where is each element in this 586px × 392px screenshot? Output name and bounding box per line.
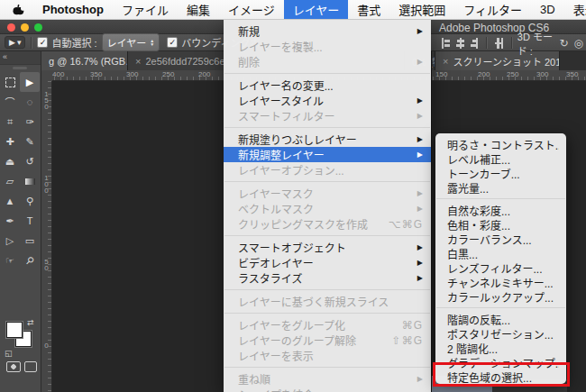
menubar-item-書式[interactable]: 書式 bbox=[348, 0, 389, 19]
rectangular-marquee-tool-icon[interactable] bbox=[0, 72, 20, 92]
ruler-number: 250 bbox=[507, 70, 518, 78]
menu-item[interactable]: レンズフィルター... bbox=[435, 260, 566, 275]
hand-tool-icon[interactable]: ☞ bbox=[0, 251, 20, 270]
type-tool-icon[interactable]: T bbox=[20, 211, 40, 231]
ruler-number: 150 bbox=[42, 90, 50, 109]
align-center-icon[interactable] bbox=[455, 38, 463, 49]
menu-item[interactable]: スマートオブジェクト▶ bbox=[224, 240, 431, 255]
panel-gripper[interactable] bbox=[13, 67, 27, 69]
lasso-tool-icon[interactable]: ⌒ bbox=[0, 92, 20, 112]
menu-item[interactable]: 白黒... bbox=[435, 246, 566, 260]
menubar-item-選択範囲[interactable]: 選択範囲 bbox=[389, 0, 454, 19]
menu-item: ベクトルマスク▶ bbox=[224, 201, 431, 216]
menubar-item-3D[interactable]: 3D bbox=[531, 0, 564, 19]
menu-item[interactable]: レイヤースタイル▶ bbox=[224, 93, 431, 108]
bounding-box-checkbox[interactable]: ✓ bbox=[167, 37, 178, 48]
menu-item[interactable]: 2 階調化... bbox=[435, 341, 566, 355]
clone-stamp-tool-icon[interactable]: ⏏ bbox=[0, 151, 20, 171]
divider bbox=[31, 37, 32, 49]
brush-tool-icon[interactable]: ✎ bbox=[20, 132, 40, 151]
blur-tool-icon[interactable]: ▲ bbox=[0, 191, 20, 211]
menu-item[interactable]: ラスタライズ▶ bbox=[224, 270, 431, 286]
menu-item-shortcut: ⌘G bbox=[402, 319, 423, 332]
path-selection-tool-icon[interactable]: ▷ bbox=[0, 231, 20, 251]
zoom-window-button[interactable] bbox=[34, 23, 42, 32]
menu-item[interactable]: レベル補正... bbox=[435, 151, 566, 166]
menu-item[interactable]: 色相・彩度... bbox=[435, 217, 566, 232]
zoom-tool-icon[interactable]: ⚲ bbox=[20, 251, 40, 270]
menubar-item-イメージ[interactable]: イメージ bbox=[219, 0, 284, 19]
menubar-item-編集[interactable]: 編集 bbox=[178, 0, 219, 19]
document-tab[interactable]: ×2e56fddd7259c6e3… bbox=[128, 51, 225, 70]
submenu-arrow-icon: ▶ bbox=[417, 375, 423, 383]
document-tab[interactable]: g @ 16.7% (RGB… bbox=[41, 51, 128, 70]
menu-item-label: レイヤーをグループ化 bbox=[238, 317, 395, 333]
foreground-color-swatch[interactable] bbox=[6, 322, 23, 338]
menu-item[interactable]: 新規調整レイヤー▶ bbox=[224, 147, 431, 162]
tool-preset-button[interactable]: ▶ ▾ bbox=[5, 36, 25, 49]
menu-item[interactable]: ビデオレイヤー▶ bbox=[224, 255, 431, 270]
eraser-tool-icon[interactable]: ▱ bbox=[0, 171, 20, 191]
menu-item[interactable]: チャンネルミキサー... bbox=[435, 275, 566, 289]
menu-item: レイヤーに基づく新規スライス bbox=[224, 294, 431, 309]
menu-item[interactable]: カラーバランス... bbox=[435, 232, 566, 246]
divider bbox=[511, 37, 512, 49]
menu-item[interactable]: 階調の反転... bbox=[435, 312, 566, 326]
menu-item-label: クリッピングマスクを作成 bbox=[238, 216, 381, 232]
menubar-item-表示[interactable]: 表示 bbox=[564, 0, 586, 19]
history-brush-tool-icon[interactable]: ↺ bbox=[20, 151, 40, 171]
menu-item[interactable]: 明るさ・コントラスト... bbox=[435, 137, 566, 151]
menu-item[interactable]: カラールックアップ... bbox=[435, 289, 566, 304]
menu-item-label: 2 階調化... bbox=[447, 341, 559, 356]
ruler-number: 300 bbox=[536, 70, 548, 78]
auto-select-label: 自動選択 : bbox=[51, 35, 96, 50]
ruler-number: 350 bbox=[566, 70, 578, 78]
3d-roll-icon[interactable]: ◎ bbox=[574, 37, 583, 50]
auto-select-dropdown[interactable]: レイヤー ▲▼ bbox=[102, 33, 160, 51]
menubar-item-フィルター[interactable]: フィルター bbox=[454, 0, 531, 19]
panel-collapse-button[interactable]: « bbox=[0, 51, 41, 65]
menu-item-label: 削除 bbox=[238, 54, 410, 69]
collapse-left-icon: « bbox=[3, 52, 7, 61]
crop-tool-icon[interactable]: ⌗ bbox=[0, 112, 20, 132]
eyedropper-tool-icon[interactable]: ✑ bbox=[20, 112, 40, 132]
dodge-tool-icon[interactable]: ⚲ bbox=[20, 191, 40, 211]
submenu-arrow-icon: ▶ bbox=[417, 259, 423, 267]
menubar-item-ファイル[interactable]: ファイル bbox=[113, 0, 178, 19]
close-tab-icon[interactable]: × bbox=[443, 56, 448, 67]
swap-colors-icon[interactable]: ⇄ bbox=[27, 318, 34, 327]
close-window-button[interactable] bbox=[7, 23, 15, 32]
gradient-tool-icon[interactable] bbox=[20, 171, 40, 191]
auto-select-checkbox[interactable]: ✓ bbox=[37, 37, 48, 48]
shape-tool-icon[interactable]: ▭ bbox=[20, 231, 40, 251]
menu-item-label: カラールックアップ... bbox=[447, 289, 559, 305]
quick-mask-button[interactable] bbox=[6, 361, 21, 372]
menubar-item-Photoshop[interactable]: Photoshop bbox=[33, 0, 113, 19]
align-right-icon[interactable] bbox=[470, 38, 478, 49]
minimize-window-button[interactable] bbox=[21, 23, 29, 32]
ruler-number: 250 bbox=[162, 70, 174, 78]
layer-menu-dropdown: 新規▶レイヤーを複製...削除▶レイヤー名の変更...レイヤースタイル▶スマート… bbox=[224, 20, 431, 392]
menu-item[interactable]: 新規塗りつぶしレイヤー▶ bbox=[224, 132, 431, 147]
align-left-icon[interactable] bbox=[442, 38, 450, 49]
menu-item[interactable]: ポスタリゼーション... bbox=[435, 326, 566, 341]
menu-item[interactable]: レイヤー名の変更... bbox=[224, 77, 431, 93]
menu-item[interactable]: 自然な彩度... bbox=[435, 203, 566, 217]
move-tool-icon[interactable]: ▶ bbox=[20, 72, 40, 92]
tab-title: 2e56fddd7259c6e3… bbox=[145, 56, 225, 67]
apple-icon bbox=[13, 4, 24, 16]
menubar-item-レイヤー[interactable]: レイヤー bbox=[284, 0, 349, 19]
menu-item[interactable]: 露光量... bbox=[435, 180, 566, 195]
menu-item[interactable]: 新規▶ bbox=[224, 23, 431, 39]
apple-menu[interactable] bbox=[0, 0, 33, 19]
divider bbox=[486, 37, 487, 49]
default-colors-icon[interactable]: ◱ bbox=[5, 349, 13, 358]
menu-item[interactable]: トーンカーブ... bbox=[435, 166, 566, 180]
pen-tool-icon[interactable]: ✒ bbox=[0, 211, 20, 231]
distribute-icon[interactable] bbox=[495, 38, 503, 49]
screen-mode-button[interactable] bbox=[24, 361, 37, 372]
close-tab-icon[interactable]: × bbox=[135, 56, 141, 67]
healing-brush-tool-icon[interactable]: ✚ bbox=[0, 132, 20, 151]
quick-selection-tool-icon[interactable]: ◌ bbox=[20, 92, 40, 112]
3d-orbit-icon[interactable]: ↻ bbox=[559, 37, 568, 50]
